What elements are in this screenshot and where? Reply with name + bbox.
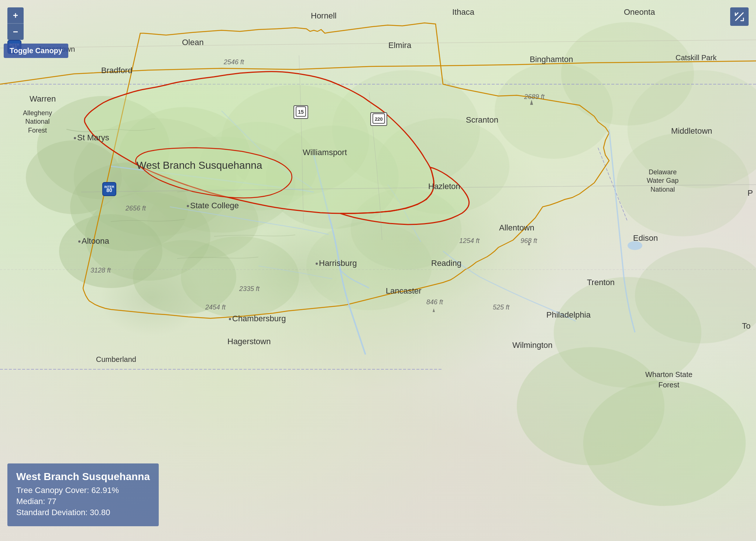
zoom-controls: + − <box>7 7 24 40</box>
info-region-name: West Branch Susquehanna <box>16 471 150 483</box>
info-median: Median: 77 <box>16 497 150 506</box>
toggle-canopy-button[interactable]: Toggle Canopy <box>4 44 68 58</box>
info-panel: West Branch Susquehanna Tree Canopy Cove… <box>7 463 159 526</box>
info-canopy-cover: Tree Canopy Cover: 62.91% <box>16 486 150 495</box>
highway-80: INTER 80 <box>102 182 116 198</box>
info-std-dev: Standard Deviation: 30.80 <box>16 508 150 517</box>
map-container: Ithaca Oneonta Hornell Binghamton Elmira… <box>0 0 756 541</box>
zoom-out-button[interactable]: − <box>7 24 24 40</box>
expand-icon <box>735 12 744 21</box>
zoom-in-button[interactable]: + <box>7 7 24 24</box>
map-relief <box>0 0 756 541</box>
svg-text:80: 80 <box>106 187 112 193</box>
expand-button[interactable] <box>730 7 749 26</box>
